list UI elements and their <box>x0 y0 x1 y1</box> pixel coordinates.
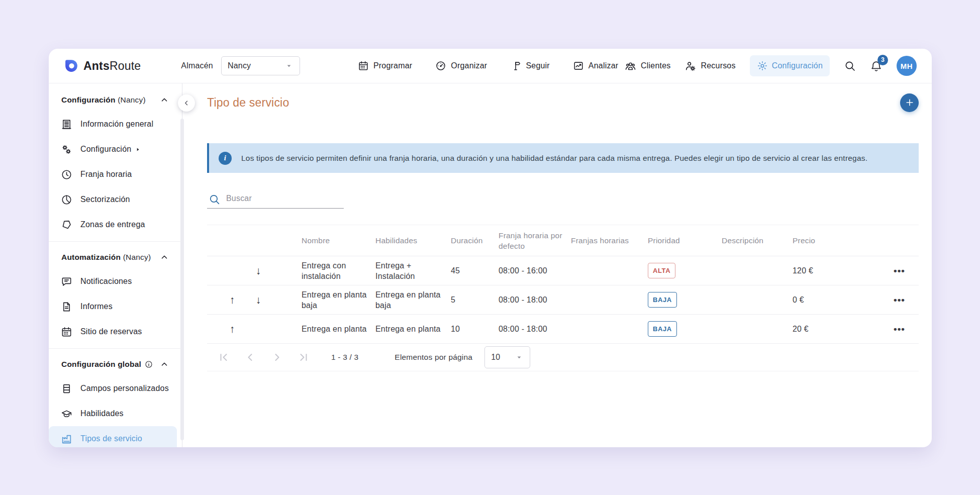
sidebar-item-zonas-de-entrega[interactable]: Zonas de entrega <box>49 212 177 237</box>
sidebar-collapse-button[interactable] <box>178 94 195 112</box>
avatar[interactable]: MH <box>897 56 917 76</box>
column-header-prioridad: Prioridad <box>648 235 722 246</box>
notifications-button[interactable]: 3 <box>870 60 883 72</box>
search-input[interactable] <box>207 192 344 209</box>
first-page-icon[interactable] <box>218 351 230 363</box>
sidebar-item-tipos-de-servicio[interactable]: Tipos de servicio <box>49 426 177 447</box>
antsroute-logo-icon <box>64 58 79 73</box>
menu-item-label: Configuración <box>772 61 823 70</box>
gauge-icon <box>435 60 446 71</box>
main-menu: Programar Organizar Seguir Analizar <box>358 60 618 71</box>
sidebar-item-label: Información general <box>80 120 153 129</box>
column-header-nombre: Nombre <box>302 235 375 246</box>
menu-item-label: Recursos <box>701 61 735 70</box>
column-header-descripcion: Descripción <box>722 235 793 246</box>
gear-icon <box>757 60 768 71</box>
sidebar-item-notificaciones[interactable]: Notificaciones <box>49 269 177 294</box>
sidebar-section-title: Configuración global <box>61 360 141 369</box>
column-header-franjas-horarias: Franjas horarias <box>571 235 648 246</box>
sidebar-item-campos-personalizados[interactable]: Campos personalizados <box>49 376 177 401</box>
last-page-icon[interactable] <box>298 351 310 363</box>
sidebar-item-habilidades[interactable]: Habilidades <box>49 401 177 426</box>
move-down-button[interactable]: ↓ <box>252 294 264 305</box>
sidebar-section-automatizacion[interactable]: Automatización (Nancy) <box>49 246 182 269</box>
chevron-up-icon <box>160 95 169 105</box>
caret-down-icon <box>284 61 293 70</box>
sidebar: Configuración (Nancy) Información genera… <box>49 83 182 447</box>
row-actions-menu[interactable]: ••• <box>894 265 905 276</box>
column-header-habilidades: Habilidades <box>375 235 451 246</box>
chevron-up-icon <box>160 360 169 369</box>
menu-item-label: Programar <box>373 61 412 70</box>
pagination-bar: 1 - 3 / 3 Elementos por página 10 <box>207 343 919 371</box>
graduation-cap-icon <box>61 408 72 420</box>
brand-logo[interactable]: AntsRoute <box>64 58 141 73</box>
sidebar-item-informes[interactable]: Informes <box>49 294 177 319</box>
items-per-page-select[interactable]: 10 <box>484 346 530 368</box>
sidebar-item-franja-horaria[interactable]: Franja horaria <box>49 162 177 187</box>
row-actions-menu[interactable]: ••• <box>894 294 905 305</box>
sidebar-item-label: Informes <box>80 302 113 311</box>
main-content: Tipo de servicio i Los tipos de servicio… <box>182 83 932 447</box>
search-icon[interactable] <box>844 60 856 72</box>
sidebar-item-label: Sitio de reservas <box>80 327 142 336</box>
cell-franja-defecto: 08:00 - 18:00 <box>499 294 571 305</box>
menu-item-seguir[interactable]: Seguir <box>510 60 549 71</box>
warehouse-select-value: Nancy <box>228 61 251 70</box>
move-up-button[interactable]: ↑ <box>226 324 238 334</box>
sidebar-item-label: Franja horaria <box>80 170 132 179</box>
section-title-bold: Configuración global <box>61 360 141 368</box>
pagination-range: 1 - 3 / 3 <box>331 353 358 362</box>
warehouse-area: Almacén Nancy <box>181 56 300 75</box>
warehouse-select[interactable]: Nancy <box>221 56 300 75</box>
priority-badge: ALTA <box>648 263 675 278</box>
row-actions-menu[interactable]: ••• <box>894 324 905 334</box>
menu-item-configuracion[interactable]: Configuración <box>750 55 830 76</box>
sidebar-item-label: Campos personalizados <box>80 384 169 393</box>
person-gear-icon <box>684 60 696 72</box>
info-banner-text: Los tipos de servicio permiten definir u… <box>241 152 867 164</box>
cell-precio: 120 € <box>793 265 894 276</box>
sidebar-item-sectorizacion[interactable]: Sectorización <box>49 187 177 212</box>
chart-icon <box>573 60 584 71</box>
priority-badge: BAJA <box>648 292 677 308</box>
column-header-franja-defecto: Franja horaria por defecto <box>499 230 571 251</box>
submenu-arrow-icon <box>135 147 141 152</box>
sidebar-section-configuracion-global[interactable]: Configuración global <box>49 353 182 376</box>
menu-item-analizar[interactable]: Analizar <box>573 60 618 71</box>
cell-franja-defecto: 08:00 - 18:00 <box>499 324 571 334</box>
search-field <box>207 192 344 209</box>
clock-icon <box>61 169 72 180</box>
add-service-type-button[interactable] <box>900 93 919 112</box>
info-banner: i Los tipos de servicio permiten definir… <box>207 143 919 173</box>
sidebar-section-configuracion[interactable]: Configuración (Nancy) <box>49 88 182 112</box>
menu-item-clientes[interactable]: Clientes <box>625 60 670 72</box>
move-down-button[interactable]: ↓ <box>252 265 264 276</box>
menu-item-organizar[interactable]: Organizar <box>435 60 487 71</box>
sidebar-item-label: Sectorización <box>80 195 130 204</box>
menu-item-recursos[interactable]: Recursos <box>684 60 735 72</box>
previous-page-icon[interactable] <box>244 351 256 363</box>
factory-icon <box>61 433 72 445</box>
move-up-button[interactable]: ↑ <box>226 294 238 305</box>
next-page-icon[interactable] <box>271 351 283 363</box>
menu-item-programar[interactable]: Programar <box>358 60 412 71</box>
sidebar-section-title: Automatización (Nancy) <box>61 253 151 262</box>
priority-badge: BAJA <box>648 321 677 337</box>
column-header-duracion: Duración <box>451 235 499 246</box>
sidebar-item-sitio-de-reservas[interactable]: Sitio de reservas <box>49 319 177 344</box>
table-header-row: Nombre Habilidades Duración Franja horar… <box>207 225 919 256</box>
sidebar-item-informacion-general[interactable]: Información general <box>49 112 177 137</box>
chat-bubble-icon <box>61 276 72 287</box>
cell-franja-defecto: 08:00 - 16:00 <box>499 265 571 276</box>
section-title-scope: (Nancy) <box>118 95 146 104</box>
cell-nombre: Entrega en planta <box>302 324 375 334</box>
cell-nombre: Entrega con instalación <box>302 260 375 281</box>
sidebar-resizer-handle[interactable] <box>180 119 184 440</box>
sidebar-item-label: Habilidades <box>80 409 124 418</box>
sidebar-item-configuracion[interactable]: Configuración <box>49 137 177 162</box>
calendar-icon <box>358 60 369 71</box>
notification-badge: 3 <box>877 55 888 65</box>
sidebar-item-label: Notificaciones <box>80 277 132 286</box>
service-types-table: Nombre Habilidades Duración Franja horar… <box>207 225 919 371</box>
